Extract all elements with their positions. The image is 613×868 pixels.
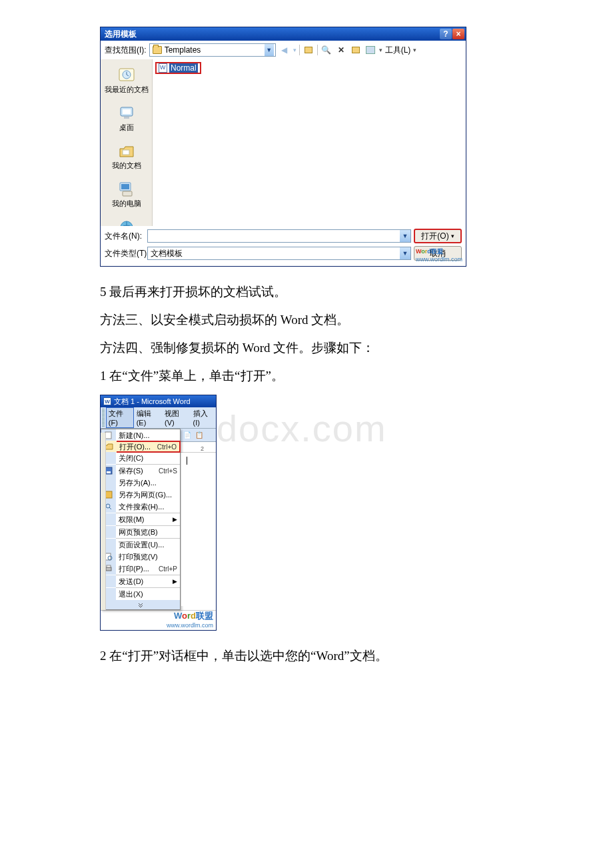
svg-rect-7 xyxy=(121,184,129,189)
dialog-title: 选用模板 xyxy=(105,29,137,40)
menu-saveas[interactable]: 另存为(A)... xyxy=(101,477,180,489)
place-mypc-label: 我的电脑 xyxy=(112,199,141,209)
menu-saveweb[interactable]: 另存为网页(G)... xyxy=(101,489,180,501)
svg-line-15 xyxy=(109,507,111,509)
paragraph: 方法三、以安全模式启动损坏的 Word 文档。 xyxy=(100,308,513,332)
tools-menu[interactable]: 工具(L) xyxy=(385,45,411,56)
filetype-label: 文件类型(T): xyxy=(105,248,145,259)
menu-edit[interactable]: 编辑(E) xyxy=(134,407,162,428)
tb-icon[interactable]: 📋 xyxy=(194,430,205,441)
menu-expand[interactable] xyxy=(101,600,180,609)
svg-rect-4 xyxy=(124,117,129,119)
svg-rect-3 xyxy=(123,109,131,114)
filename-label: 文件名(N): xyxy=(105,231,145,242)
place-recent-label: 我最近的文档 xyxy=(105,85,149,95)
place-mypc[interactable]: 我的电脑 xyxy=(101,176,152,214)
svg-rect-19 xyxy=(107,565,111,567)
menu-exit[interactable]: 退出(X) xyxy=(101,588,180,600)
lookin-combo[interactable]: Templates ▼ xyxy=(149,43,276,57)
menu-file[interactable]: 文件(F) xyxy=(106,407,134,428)
views-icon[interactable] xyxy=(364,44,376,56)
word-titlebar: W 文档 1 - Microsoft Word xyxy=(101,395,216,407)
filetype-combo[interactable]: ▼ xyxy=(147,247,411,260)
ruler: 2 xyxy=(181,442,216,453)
svg-rect-18 xyxy=(106,567,111,571)
open-button[interactable]: 打开(O)▾ xyxy=(414,229,462,243)
svg-rect-5 xyxy=(123,150,129,155)
place-desktop-label: 桌面 xyxy=(119,123,134,133)
lookin-value: Templates xyxy=(165,45,201,55)
svg-rect-8 xyxy=(123,191,132,196)
wordlm-watermark: Word联盟 www.wordlm.com xyxy=(416,247,462,263)
menu-filesearch[interactable]: 文件搜索(H)... xyxy=(101,501,180,513)
menu-print[interactable]: 打印(P)...Ctrl+P xyxy=(101,563,180,575)
menu-view[interactable]: 视图(V) xyxy=(162,407,190,428)
filename-input[interactable] xyxy=(148,230,400,242)
places-bar: 我最近的文档 桌面 我的文档 xyxy=(101,59,153,226)
svg-rect-13 xyxy=(105,491,112,498)
lookin-label: 查找范围(I): xyxy=(105,45,147,56)
svg-rect-12 xyxy=(107,471,111,473)
lookin-row: 查找范围(I): Templates ▼ ◀ ▾ 🔍 ✕ ▾ xyxy=(101,41,466,59)
word-icon: W xyxy=(103,397,111,405)
file-item-normal[interactable]: Normal xyxy=(155,62,201,74)
menu-close[interactable]: 关闭(C) xyxy=(101,452,180,464)
file-menu-dropdown: 新建(N)... 打开(O)... Ctrl+O 关闭(C) 保存(S)Ctrl… xyxy=(101,429,181,610)
back-icon[interactable]: ◀ xyxy=(279,44,291,56)
word-toolbar: 📄 📋 xyxy=(181,429,216,442)
menu-new[interactable]: 新建(N)... xyxy=(101,429,180,441)
menubar: 文件(F) 编辑(E) 视图(V) 插入(I) xyxy=(101,407,216,429)
menu-open[interactable]: 打开(O)... Ctrl+O xyxy=(101,441,181,453)
place-mydocs-label: 我的文档 xyxy=(112,161,141,171)
menu-webpreview[interactable]: 网页预览(B) xyxy=(101,526,180,538)
file-list[interactable]: Normal xyxy=(153,59,466,226)
place-recent[interactable]: 我最近的文档 xyxy=(101,62,152,100)
place-mydocs[interactable]: 我的文档 xyxy=(101,138,152,176)
paragraph: 1 在“文件”菜单上，单击“打开”。 xyxy=(100,364,513,388)
svg-rect-10 xyxy=(105,432,111,439)
template-dialog: 选用模板 ? × 查找范围(I): Templates ▼ ◀ ▾ xyxy=(100,27,466,267)
new-folder-icon[interactable] xyxy=(350,44,362,56)
menu-save[interactable]: 保存(S)Ctrl+S xyxy=(101,465,180,477)
file-item-label: Normal xyxy=(169,63,198,73)
tb-icon[interactable]: 📄 xyxy=(182,430,193,441)
search-icon[interactable]: 🔍 xyxy=(320,44,332,56)
folder-icon xyxy=(153,46,162,54)
menu-send[interactable]: 发送(D)▶ xyxy=(101,575,180,587)
wordlm-logo: Word联盟 www.wordlm.com xyxy=(167,610,213,629)
menu-pagesetup[interactable]: 页面设置(U)... xyxy=(101,539,180,551)
up-folder-icon[interactable] xyxy=(303,44,314,56)
chevron-down-icon[interactable]: ▼ xyxy=(400,230,410,242)
delete-icon[interactable]: ✕ xyxy=(335,44,347,56)
paragraph: 5 最后再来打开损坏的文档试试。 xyxy=(100,280,513,304)
close-button[interactable]: × xyxy=(452,29,464,39)
word-window: W 文档 1 - Microsoft Word 文件(F) 编辑(E) 视图(V… xyxy=(100,395,217,631)
open-folder-icon xyxy=(105,443,114,451)
doc-icon xyxy=(159,63,167,73)
word-title-text: 文档 1 - Microsoft Word xyxy=(114,397,191,407)
cursor xyxy=(187,457,187,465)
menu-permission[interactable]: 权限(M)▶ xyxy=(101,513,180,525)
cancel-button[interactable]: 取消 Word联盟 www.wordlm.com xyxy=(414,246,462,261)
chevron-down-icon[interactable]: ▼ xyxy=(400,247,410,259)
menu-printpreview[interactable]: 打印预览(V) xyxy=(101,551,180,563)
filename-combo[interactable]: ▼ xyxy=(147,229,411,243)
paragraph: 2 在“打开”对话框中，单击以选中您的“Word”文档。 xyxy=(100,644,513,668)
dialog-titlebar: 选用模板 ? × xyxy=(101,27,466,41)
chevron-down-icon[interactable]: ▼ xyxy=(265,44,274,56)
help-button[interactable]: ? xyxy=(440,29,452,39)
place-desktop[interactable]: 桌面 xyxy=(101,100,152,138)
filetype-input[interactable] xyxy=(148,247,400,259)
menu-insert[interactable]: 插入(I) xyxy=(191,407,216,428)
paragraph: 方法四、强制修复损坏的 Word 文件。步骤如下： xyxy=(100,336,513,360)
